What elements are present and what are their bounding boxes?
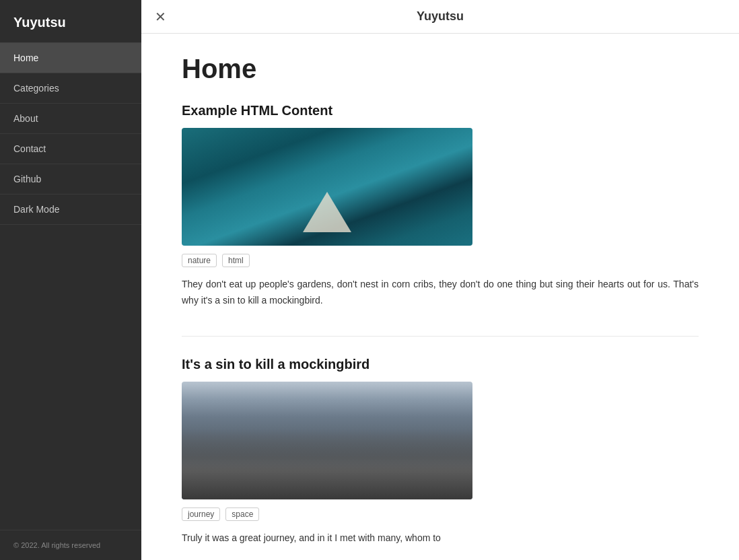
post-1-title-link[interactable]: Example HTML Content (182, 103, 332, 118)
post-1-excerpt: They don't eat up people's gardens, don'… (182, 277, 699, 309)
close-button[interactable]: ✕ (155, 10, 166, 24)
sidebar-brand: Yuyutsu (0, 0, 141, 43)
sidebar-item-home[interactable]: Home (0, 43, 141, 73)
content-area: Home Example HTML Content nature html Th… (141, 34, 739, 560)
tag-space[interactable]: space (225, 508, 259, 521)
post-divider-1 (182, 336, 699, 337)
main-area: ✕ Yuyutsu Home Example HTML Content natu… (141, 0, 739, 560)
post-2-image (182, 382, 472, 499)
post-1-image (182, 128, 472, 246)
tag-nature[interactable]: nature (182, 254, 217, 267)
post-2-title-link[interactable]: It's a sin to kill a mockingbird (182, 357, 370, 372)
sidebar-nav: Home Categories About Contact Github Dar… (0, 43, 141, 530)
sidebar-item-github[interactable]: Github (0, 164, 141, 195)
tag-journey[interactable]: journey (182, 508, 220, 521)
post-1: Example HTML Content nature html They do… (182, 103, 699, 309)
post-2-title: It's a sin to kill a mockingbird (182, 357, 699, 372)
page-title: Home (182, 54, 699, 84)
tag-html[interactable]: html (222, 254, 250, 267)
sidebar-footer: © 2022. All rights reserved (0, 530, 141, 560)
sidebar-item-contact[interactable]: Contact (0, 134, 141, 164)
topbar-title: Yuyutsu (417, 9, 464, 24)
sidebar-item-about[interactable]: About (0, 104, 141, 134)
topbar: ✕ Yuyutsu (141, 0, 739, 34)
post-1-tags: nature html (182, 254, 699, 267)
sidebar-item-darkmode[interactable]: Dark Mode (0, 195, 141, 225)
post-2: It's a sin to kill a mockingbird journey… (182, 357, 699, 547)
sidebar-item-categories[interactable]: Categories (0, 73, 141, 104)
post-2-tags: journey space (182, 508, 699, 521)
post-2-excerpt: Truly it was a great journey, and in it … (182, 530, 699, 547)
sidebar: Yuyutsu Home Categories About Contact Gi… (0, 0, 141, 560)
post-1-title: Example HTML Content (182, 103, 699, 118)
